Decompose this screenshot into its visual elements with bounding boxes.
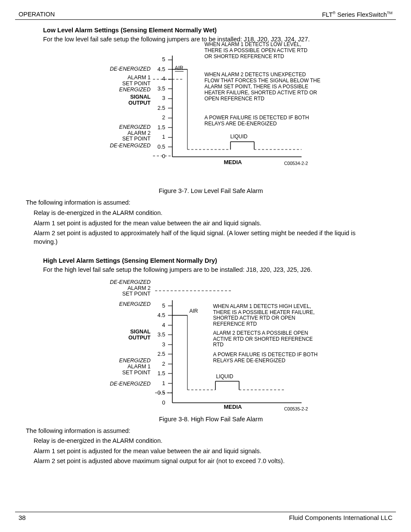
d2-xlabel: MEDIA bbox=[224, 404, 242, 410]
d2-code: C00535-2-2 bbox=[284, 406, 308, 411]
figure-3-7-caption: Figure 3-7. Low Level Fail Safe Alarm bbox=[43, 187, 379, 194]
figure-3-7: DE-ENERGIZED ALARM 1 SET POINT ENERGIZED… bbox=[103, 56, 319, 185]
s2-assumed-2: Alarm 2 set point is adjusted above maxi… bbox=[34, 457, 379, 466]
d1-note3: A POWER FAILURE IS DETECTED IF BOTH RELA… bbox=[205, 115, 314, 127]
d1-note2: WHEN ALARM 2 DETECTS UNEXPECTED FLOW THA… bbox=[205, 72, 321, 102]
s1-assumed-2: Alarm 2 set point is adjusted to approxi… bbox=[34, 229, 379, 246]
figure-3-8-caption: Figure 3-8. High Flow Fail Safe Alarm bbox=[43, 416, 379, 423]
header-left: OPERATION bbox=[19, 11, 55, 18]
figure-3-8: DE-ENERGIZED ALARM 2 SET POINT ENERGIZED… bbox=[103, 283, 319, 412]
d1-note1: WHEN ALARM 1 DETECTS LOW LEVEL, THERE IS… bbox=[205, 42, 314, 59]
d2-air-label: AIR bbox=[190, 308, 198, 314]
section2-intro: For the high level fail safe setup the f… bbox=[43, 266, 379, 274]
footer-company: Fluid Components International LLC bbox=[289, 514, 392, 521]
d1-xlabel: MEDIA bbox=[224, 159, 242, 165]
s1-assumed-0: Relay is de-energized in the ALARM condi… bbox=[34, 209, 379, 218]
section1-assumed-title: The following information is assumed: bbox=[26, 199, 379, 207]
d2-liquid-label: LIQUID bbox=[216, 373, 234, 380]
section2-assumed-title: The following information is assumed: bbox=[26, 427, 379, 436]
header-right: FLT® Series FlexSwitchTM bbox=[322, 11, 392, 18]
d1-air-label: AIR bbox=[175, 65, 184, 72]
s2-assumed-0: Relay is de-energized in the ALARM condi… bbox=[34, 437, 379, 445]
s2-assumed-1: Alarm 1 set point is adjusted for the me… bbox=[34, 447, 379, 456]
page-header: OPERATION FLT® Series FlexSwitchTM bbox=[15, 11, 396, 20]
page-number: 38 bbox=[19, 514, 26, 521]
d2-note2: ALARM 2 DETECTS A POSSIBLE OPEN ACTIVE R… bbox=[213, 330, 321, 348]
d2-note1: WHEN ALARM 1 DETECTS HIGH LEVEL, THERE I… bbox=[213, 304, 321, 327]
section1-title: Low Level Alarm Settings (Sensing Elemen… bbox=[43, 27, 379, 34]
d1-code: C00534-2-2 bbox=[284, 161, 308, 166]
s1-assumed-1: Alarm 1 set point is adjusted for the me… bbox=[34, 219, 379, 228]
d2-note3: A POWER FAILURE IS DETECTED IF BOTH RELA… bbox=[213, 352, 321, 364]
page-footer: 38 Fluid Components International LLC bbox=[15, 512, 396, 521]
section2-title: High Level Alarm Settings (Sensing Eleme… bbox=[43, 257, 379, 264]
d1-liquid-label: LIQUID bbox=[230, 134, 248, 140]
